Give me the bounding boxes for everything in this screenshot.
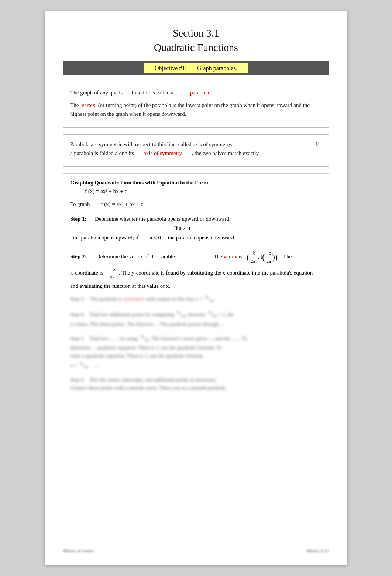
objective-number: Objective #1:: [155, 65, 187, 71]
paragraph1-text1: The graph of any quadratic function is c…: [70, 90, 173, 96]
paragraph2: The vertex (or turning point) of the par…: [70, 101, 322, 118]
para2-the: The: [70, 102, 79, 108]
step1-cont2: , the parabola opens downward.: [165, 235, 235, 241]
step5-blurred: Step 5: Find two ... ... by using −b/2a.…: [70, 334, 322, 371]
step4-blurred: Step 4: Find two additional points by co…: [70, 310, 322, 328]
objective-bar: Objective #1: Graph parabolas.: [63, 61, 329, 75]
paragraph1-box: The graph of any quadratic function is c…: [63, 83, 329, 128]
graphing-title: Graphing Quadratic Functions with Equati…: [70, 180, 322, 186]
neg-b-over-2a-1: −b 2a: [250, 249, 256, 265]
open-paren: (: [247, 253, 249, 261]
step1-label: Step 1:: [70, 216, 87, 222]
step1-a-neg: a < 0: [150, 235, 161, 241]
step3-blurred: Step 3: The parabola is symmetric with r…: [70, 294, 322, 304]
objective-text: Graph parabolas.: [197, 65, 237, 71]
para3-text1: Parabola are symmetric with respect to t…: [70, 141, 232, 147]
step1-cont: , the parabola opens upward; if: [70, 235, 139, 241]
para3-text2: , the two halves match exactly.: [192, 150, 260, 156]
paragraph1-keyword: parabola: [190, 90, 209, 96]
graphing-eq1: f (x) = ax² + bx + c: [85, 188, 322, 194]
inner-open-paren: (: [262, 253, 265, 261]
footer: Blurry of vertex Blurry 3.12: [63, 548, 329, 554]
neg-b-over-2a-2: −b 2a: [265, 249, 272, 265]
step6-blurred: Step 6: Plot the vertex, intercepts, and…: [70, 376, 322, 393]
comma-sep: ,: [257, 253, 261, 261]
para3-keyword: axis of symmetry: [144, 150, 182, 156]
paragraph3: Parabola are symmetric with respect to t…: [70, 140, 322, 158]
step2-vertex-kw: vertex: [223, 253, 237, 259]
para2-text2: (or turning point) of the parabola is th…: [70, 102, 310, 117]
paragraph1: The graph of any quadratic function is c…: [70, 88, 322, 97]
section-number: Section 3.1: [63, 26, 329, 40]
step1: Step 1: Determine whether the parabola o…: [70, 214, 322, 242]
step2-label: Step 2:: [70, 253, 87, 259]
step2: Step 2: Determine the vertex of the para…: [70, 249, 322, 291]
to-graph-eq2: f (x) = ax² + bx + c: [101, 201, 143, 207]
footer-left: Blurry of vertex: [63, 548, 94, 554]
footer-right: Blurry 3.12: [307, 548, 329, 554]
graphing-section: Graphing Quadratic Functions with Equati…: [63, 173, 329, 404]
paragraph3-box: Parabola are symmetric with respect to t…: [63, 134, 329, 167]
inner-close-paren: ): [272, 253, 275, 261]
vertex-formula: ( −b 2a , f ( −b 2a ) ): [247, 249, 278, 265]
paragraph1-text2: .: [213, 90, 215, 96]
xcoord-frac: −b 2a: [109, 265, 116, 282]
objective-label: Objective #1: Graph parabolas.: [144, 63, 248, 73]
step1-text: Determine whether the parabola opens upw…: [95, 216, 230, 222]
to-graph-label: To graph: [70, 201, 90, 207]
page: Section 3.1 Quadratic Functions Objectiv…: [45, 11, 347, 565]
to-graph-line: To graph f (x) = ax² + bx + c: [70, 200, 322, 208]
section-header: Section 3.1 Quadratic Functions: [63, 26, 329, 55]
step2-text: Determine the vertex of the parable.: [96, 253, 176, 259]
section-title-text: Quadratic Functions: [63, 40, 329, 55]
para2-keyword: vertex: [82, 102, 95, 108]
close-paren: ): [275, 253, 278, 261]
